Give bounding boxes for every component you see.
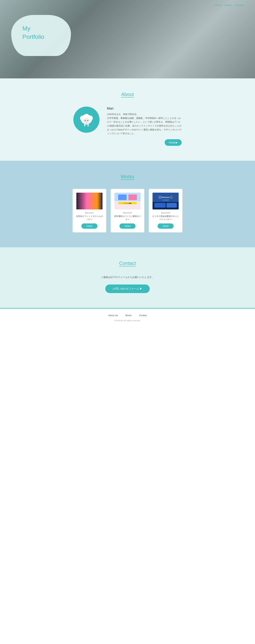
- work-label-3: Banner03: [161, 212, 170, 214]
- svg-point-39: [158, 196, 162, 199]
- banner03-image: Business 英会話教室: [152, 193, 179, 210]
- main-nav: About Works Contact: [215, 4, 244, 6]
- work-detail-button-1[interactable]: Detail: [82, 224, 98, 229]
- work-title-1: 女性向けフィットネスジムのバナー: [76, 215, 103, 221]
- work-thumbnail-3: Business 英会話教室: [152, 193, 179, 210]
- svg-text:FITNESS: FITNESS: [80, 205, 86, 206]
- contact-section: Contact ご連絡は以下のフォームからお願いいたします。 お問い合わせフォー…: [0, 247, 255, 308]
- sheep-icon: [77, 110, 96, 129]
- svg-rect-14: [84, 124, 85, 126]
- nav-works[interactable]: Works: [225, 4, 232, 6]
- works-grid: FITNESS GYM Banner01 女性向けフィットネスジムのバナー De…: [62, 189, 193, 232]
- about-section: About: [0, 78, 255, 161]
- work-detail-button-3[interactable]: Detail: [158, 224, 174, 229]
- about-description: 1993年生まれ、神奈川県在住。大学卒業後、事務職を経験。退職後、半年間海外へ留…: [107, 112, 182, 136]
- svg-rect-17: [76, 193, 90, 210]
- contact-button-wrapper: お問い合わせフォーム: [0, 284, 255, 293]
- work-label-1: Banner01: [85, 212, 94, 214]
- footer-nav-works[interactable]: Works: [125, 314, 132, 317]
- work-title-2: 若年層向けパソコン教室のバナー: [114, 215, 141, 221]
- svg-point-24: [92, 194, 100, 204]
- about-detail-button[interactable]: Detail: [165, 139, 182, 146]
- svg-rect-19: [78, 204, 88, 207]
- svg-text:英会話教室: 英会話教室: [162, 199, 169, 201]
- svg-rect-28: [118, 194, 126, 200]
- contact-form-button[interactable]: お問い合わせフォーム: [105, 284, 150, 293]
- work-card-3: Business 英会話教室 Banner03 ビジネス英会話教室のキャンペーン…: [149, 189, 182, 232]
- hero-title: My Portfolio: [22, 24, 44, 41]
- work-card-1: FITNESS GYM Banner01 女性向けフィットネスジムのバナー De…: [72, 189, 106, 232]
- avatar: [73, 106, 100, 133]
- about-content: Mari 1993年生まれ、神奈川県在住。大学卒業後、事務職を経験。退職後、半年…: [70, 106, 185, 146]
- svg-rect-35: [154, 203, 166, 208]
- work-thumbnail-1: FITNESS GYM: [76, 193, 102, 210]
- svg-point-11: [86, 122, 87, 123]
- svg-rect-29: [128, 194, 137, 200]
- about-text-block: Mari 1993年生まれ、神奈川県在住。大学卒業後、事務職を経験。退職後、半年…: [107, 106, 182, 146]
- contact-description: ご連絡は以下のフォームからお願いいたします。: [0, 276, 255, 279]
- footer-copyright: ©Portfolio all rights reserved.: [0, 320, 255, 322]
- footer-nav-contact[interactable]: Contact: [139, 314, 147, 317]
- footer: About me Works Contact ©Portfolio all ri…: [0, 308, 255, 325]
- svg-text:Business: Business: [162, 196, 169, 198]
- hero-section: About Works Contact My Portfolio: [0, 0, 255, 78]
- svg-point-6: [83, 118, 90, 124]
- about-name: Mari: [107, 106, 182, 110]
- svg-rect-15: [88, 124, 89, 126]
- work-label-2: Banner02: [123, 212, 132, 214]
- nav-contact[interactable]: Contact: [236, 4, 244, 6]
- svg-text:パソコン教室: パソコン教室: [124, 202, 132, 204]
- svg-text:GYM: GYM: [94, 205, 97, 206]
- svg-rect-18: [90, 193, 102, 210]
- work-thumbnail-2: パソコン教室: [114, 193, 140, 210]
- banner02-image: パソコン教室: [114, 193, 140, 210]
- svg-point-23: [79, 194, 86, 204]
- about-title: About: [0, 92, 255, 97]
- svg-rect-36: [166, 203, 177, 208]
- svg-point-40: [169, 196, 173, 199]
- works-section: Works FITNESS GYM Banner01 女性向けフィットネスジムの…: [0, 161, 255, 247]
- hero-title-line2: Portfolio: [22, 34, 44, 40]
- hero-title-line1: My: [22, 25, 30, 32]
- footer-nav: About me Works Contact: [0, 314, 255, 317]
- svg-point-9: [85, 120, 86, 121]
- work-card-2: パソコン教室 Banner02 若年層向けパソコン教室のバナー Detail: [111, 189, 144, 232]
- banner01-image: FITNESS GYM: [76, 193, 102, 210]
- svg-rect-16: [76, 193, 102, 210]
- nav-about[interactable]: About: [215, 4, 221, 6]
- footer-nav-about[interactable]: About me: [108, 314, 118, 317]
- svg-point-10: [87, 120, 88, 121]
- svg-rect-20: [90, 204, 100, 207]
- work-title-3: ビジネス英会話教室のキャンペーンバナー: [152, 215, 180, 221]
- works-title: Works: [0, 174, 255, 180]
- contact-title: Contact: [0, 260, 255, 266]
- work-detail-button-2[interactable]: Detail: [120, 224, 136, 229]
